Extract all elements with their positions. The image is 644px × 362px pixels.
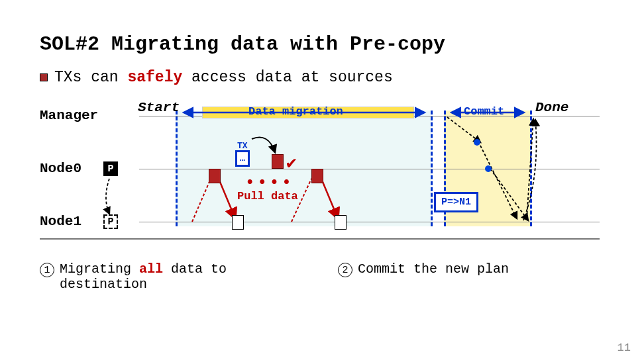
f2-text: Commit the new plan (358, 261, 509, 292)
check-icon: ✔ (286, 152, 297, 173)
white-box-2 (335, 215, 347, 230)
f1-em: all (139, 261, 163, 277)
page-number: 11 (617, 341, 631, 354)
commit-label: Commit (464, 105, 504, 118)
row-manager: Manager (40, 108, 98, 123)
pull-label: Pull data (237, 190, 298, 203)
commit-box: P=>N1 (434, 192, 478, 212)
white-box-1 (232, 215, 244, 230)
num-2-icon: 2 (338, 263, 352, 277)
bullet-pre: TXs can (54, 69, 127, 86)
red-box-3 (311, 169, 323, 183)
vdash-4 (530, 111, 532, 226)
done-label: Done (535, 100, 568, 115)
bullet-post: access data at sources (182, 69, 392, 86)
p-box-dashed: P (103, 214, 118, 229)
red-box-1 (209, 169, 221, 183)
timeline-diagram: Manager Node0 Node1 P P Start Done Data … (40, 103, 603, 245)
bullet-icon (40, 73, 48, 81)
slide-title: SOL#2 Migrating data with Pre-copy (40, 33, 604, 56)
vdash-2 (431, 111, 433, 226)
num-1-icon: 1 (40, 263, 54, 277)
red-dots: •••• (245, 174, 294, 192)
tx-label: TX (237, 141, 248, 151)
row-node1: Node1 (40, 214, 81, 229)
tx-dots: … (240, 154, 245, 163)
migration-label: Data migration (248, 105, 343, 118)
bottom-rule (40, 238, 600, 240)
red-box-2 (272, 154, 284, 169)
p-box-solid: P (103, 161, 118, 176)
bullet-em: safely (127, 69, 182, 86)
blue-dot-2 (485, 165, 492, 172)
blue-dot-1 (474, 139, 480, 146)
f1-pre: Migrating (60, 261, 139, 277)
row-node0: Node0 (40, 161, 81, 176)
tx-box: TX … (235, 150, 250, 167)
bullet-line: TXs can safely access data at sources (40, 69, 604, 86)
vdash-1 (176, 111, 178, 226)
footer: 1 Migrating all data to destination 2 Co… (40, 261, 604, 292)
start-label: Start (138, 100, 180, 115)
